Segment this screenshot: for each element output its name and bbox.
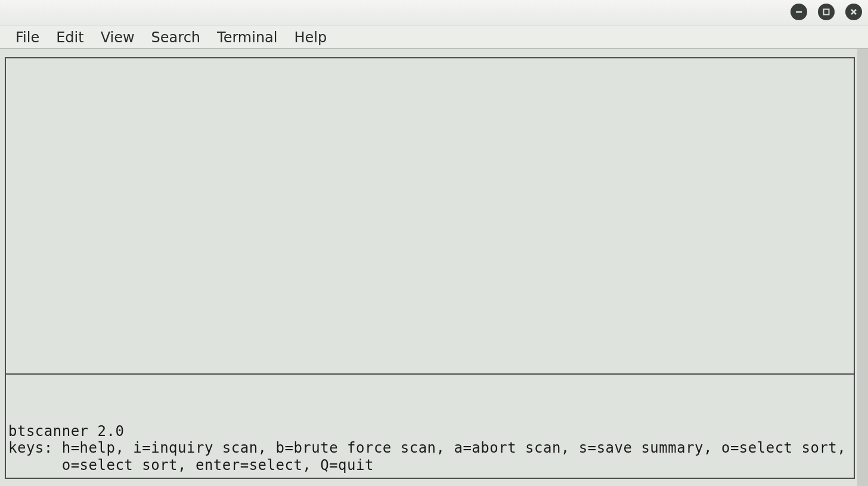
menu-view[interactable]: View bbox=[92, 27, 143, 48]
menu-search[interactable]: Search bbox=[143, 27, 209, 48]
terminal-area[interactable]: codeby.net btscanner 2.0 keys: h=help, i… bbox=[0, 49, 868, 486]
minimize-icon bbox=[795, 8, 803, 16]
menu-edit[interactable]: Edit bbox=[48, 27, 92, 48]
scrollbar-thumb[interactable] bbox=[857, 49, 868, 486]
close-icon bbox=[850, 8, 858, 16]
minimize-button[interactable] bbox=[790, 4, 807, 20]
terminal-upper-panel bbox=[5, 57, 855, 375]
terminal-lower-panel: btscanner 2.0 keys: h=help, i=inquiry sc… bbox=[5, 375, 855, 479]
keys-help-line-1: keys: h=help, i=inquiry scan, b=brute fo… bbox=[8, 440, 851, 457]
menu-terminal[interactable]: Terminal bbox=[209, 27, 286, 48]
app-version-line: btscanner 2.0 bbox=[8, 423, 851, 440]
menu-help[interactable]: Help bbox=[286, 27, 336, 48]
close-button[interactable] bbox=[845, 4, 862, 20]
menu-file[interactable]: File bbox=[7, 27, 48, 48]
menubar: File Edit View Search Terminal Help bbox=[0, 26, 868, 49]
window-controls bbox=[790, 4, 862, 20]
terminal-content: btscanner 2.0 keys: h=help, i=inquiry sc… bbox=[5, 57, 855, 481]
titlebar bbox=[0, 0, 868, 26]
svg-rect-1 bbox=[824, 10, 829, 15]
svg-rect-0 bbox=[796, 11, 802, 13]
scrollbar-track[interactable] bbox=[857, 49, 868, 486]
maximize-icon bbox=[822, 8, 830, 16]
keys-help-line-2: o=select sort, enter=select, Q=quit bbox=[8, 457, 851, 474]
maximize-button[interactable] bbox=[818, 4, 835, 20]
